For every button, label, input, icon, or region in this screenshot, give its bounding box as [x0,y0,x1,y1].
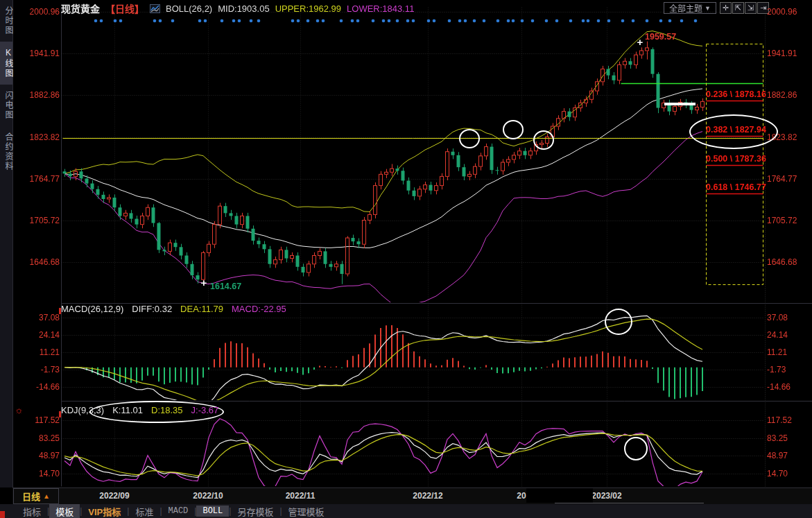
macd-header: MACD(26,12,9) DIFF:0.32 DEA:11.79 MACD:-… [61,304,286,314]
x-axis-label: 2022/09 [99,491,129,501]
chart-canvas[interactable] [0,0,812,518]
boll-indicator-label: BOLL(26,2) [166,3,212,14]
bottom-tab-3[interactable]: VIP指标 [82,504,127,518]
bottom-tab-5[interactable]: MACD [162,506,195,517]
macd-axis-label-left: 11.21 [21,347,60,357]
kdj-j-value: J:-3.67 [191,405,219,415]
kdj-axis-label-right: 83.25 [767,433,806,443]
kdj-axis-label-left: 83.25 [21,433,60,443]
kdj-d-value: D:18.35 [151,405,183,415]
macd-axis-label-right: 37.08 [767,313,806,322]
kdj-header: KDJ(9,3,3) K:11.01 D:18.35 J:-3.67 [61,405,218,415]
bottom-tab-2[interactable]: 模板 [49,504,80,518]
high-marker-cross: + [637,36,643,48]
kdj-axis-label-right: 117.52 [767,415,806,425]
macd-axis-label-left: 37.08 [21,313,60,322]
price-axis-label-right: 1646.68 [767,257,806,267]
bottom-tab-1[interactable]: 指标 [17,504,47,518]
high-price-label: 1959.57 [645,32,676,42]
period-label: 【日线】 [105,1,144,15]
macd-label: MACD(26,12,9) [61,304,123,314]
sidebar-item-3[interactable]: 闪电图 [0,85,12,126]
crosshair-icon: ✛ [723,3,729,12]
axis-underline [555,503,704,503]
x-axis-label: 20 [517,491,526,501]
bottom-toolbar: 指标|模板|VIP指标|标准|MACD|BOLL|另存模板|管理模板 [0,504,812,518]
low-price-label: 1614.67 [210,282,241,291]
kdj-label: KDJ(9,3,3) [61,405,104,415]
x-axis-label: 2022/12 [413,491,442,501]
fib-level-label-0.500: 0.500 \ 1787.36 [706,154,766,164]
corner-red-mark [0,511,5,518]
sidebar-item-2[interactable]: K线图 [0,42,12,85]
fib-level-label-0.618: 0.618 \ 1746.77 [706,182,766,192]
boll-upper-value: UPPER:1962.99 [275,3,341,14]
boll-mid-value: MID:1903.05 [218,3,269,14]
chart-header: 现货黄金 【日线】 BOLL(26,2) MID:1903.05 UPPER:1… [61,2,414,15]
price-axis-label-right: 2000.96 [767,7,806,17]
price-axis-label-left: 2000.96 [21,7,60,17]
period-selector-label: 日线 [22,490,40,503]
period-up-arrow-icon: ▲ [43,492,50,500]
page-right-icon: ⇥ [760,3,766,12]
period-selector[interactable]: 日线 ▲ [13,488,59,504]
bottom-tab-7[interactable]: 另存模板 [231,504,279,518]
compress-left-icon: ⇱ [735,3,741,12]
annotation-circle-7 [689,114,778,149]
kdj-axis-label-left: 14.70 [21,469,60,478]
price-axis-label-right: 1941.91 [767,49,806,58]
x-axis-label: 2022/10 [193,491,223,501]
alert-sun-icon: ☼ [15,405,24,415]
compress-right-button[interactable]: ⇲ [745,2,757,14]
macd-macd-value: MACD:-22.95 [232,304,286,314]
macd-axis-label-left: 24.14 [21,330,60,340]
annotation-circle-5 [624,437,648,460]
bottom-tab-4[interactable]: 标准 [129,504,159,518]
trading-app-window: { "window": {"theme_dropdown": "全部主题", "… [0,0,812,518]
price-axis-label-left: 1705.72 [21,216,60,225]
annotation-circle-1 [459,129,480,148]
bottom-tab-8[interactable]: 管理模板 [282,504,331,518]
fib-level-label-0.236: 0.236 \ 1878.16 [706,89,766,99]
indicator-chart-icon [150,4,160,13]
price-axis-label-left: 1823.82 [21,132,60,142]
theme-dropdown-label: 全部主题 [669,2,702,14]
x-axis-label: 2022/11 [286,491,316,501]
price-axis-label-left: 1646.68 [21,257,60,267]
price-axis-label-right: 1882.86 [767,90,806,100]
price-axis-label-right: 1705.72 [767,216,806,225]
bottom-tab-6[interactable]: BOLL [196,506,229,517]
chevron-down-icon: ▼ [705,5,711,12]
axis-black-patch [526,488,593,503]
macd-axis-label-right: 24.14 [767,330,806,340]
macd-diff-value: DIFF:0.32 [132,304,172,314]
x-axis-label: 2023/02 [591,491,621,501]
theme-dropdown[interactable]: 全部主题 ▼ [664,2,716,14]
annotation-circle-3 [533,130,554,150]
sidebar: 分时图K线图闪电图合约资料 [0,0,13,487]
kdj-axis-label-right: 48.97 [767,451,806,460]
crosshair-tool-button[interactable]: ✛ [720,2,732,14]
compress-right-icon: ⇲ [748,3,754,12]
compress-left-button[interactable]: ⇱ [732,2,744,14]
price-axis-label-left: 1764.77 [21,174,60,184]
macd-axis-label-right: -14.66 [767,382,806,392]
price-axis-label-left: 1882.86 [21,90,60,100]
symbol-name: 现货黄金 [61,1,100,15]
boll-lower-value: LOWER:1843.11 [347,3,414,14]
annotation-circle-2 [503,120,524,139]
kdj-axis-label-right: 14.70 [767,469,806,478]
annotation-circle-4 [605,309,632,335]
macd-axis-label-right: 11.21 [767,347,806,357]
sidebar-item-1[interactable]: 分时图 [0,0,12,42]
price-axis-label-left: 1941.91 [21,49,60,58]
price-axis-label-right: 1764.77 [767,174,806,184]
macd-axis-label-left: -14.66 [21,382,60,392]
low-marker-cross: + [201,277,207,288]
kdj-axis-label-left: 117.52 [21,415,60,425]
macd-axis-label-left: -1.73 [21,365,60,374]
sidebar-item-4[interactable]: 合约资料 [0,126,12,178]
kdj-k-value: K:11.01 [112,405,143,415]
kdj-axis-label-left: 48.97 [21,451,60,460]
macd-axis-label-right: -1.73 [767,365,806,374]
